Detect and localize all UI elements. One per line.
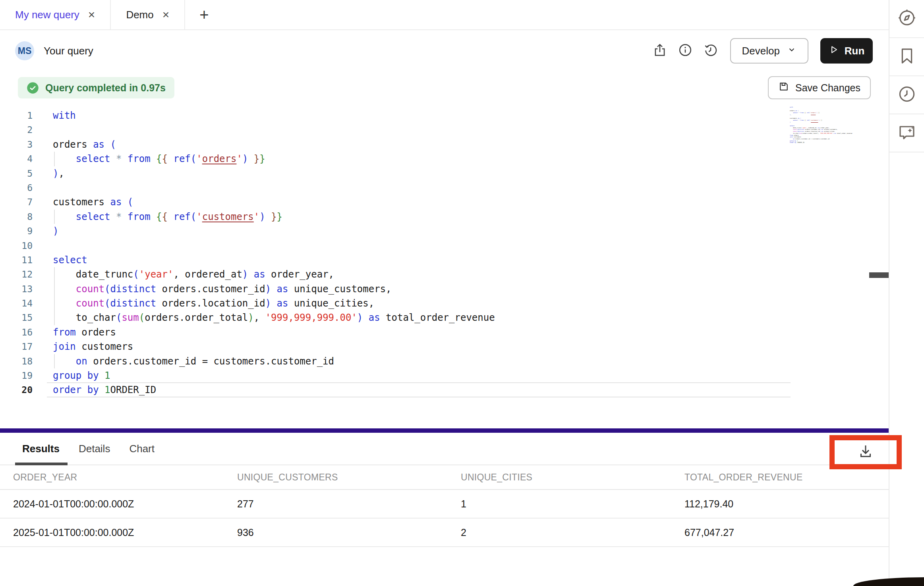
share-button[interactable] <box>651 42 669 60</box>
code-line[interactable]: 13 count(distinct orders.customer_id) as… <box>0 282 889 296</box>
code-line[interactable]: 5), <box>0 166 889 181</box>
tab-my-new-query[interactable]: My new query × <box>0 0 111 29</box>
results-tab-details[interactable]: Details <box>79 443 110 455</box>
code-text <box>47 181 53 195</box>
code-text: select * from {{ ref('customers') }} <box>47 210 282 224</box>
close-icon[interactable]: × <box>162 9 170 21</box>
column-header: ORDER_YEAR <box>13 472 237 483</box>
line-number: 2 <box>0 123 47 137</box>
sidebar-item-ai-chat[interactable] <box>889 114 924 152</box>
line-number: 8 <box>0 210 47 224</box>
table-cell: 2 <box>461 527 684 538</box>
pane-resize-handle[interactable] <box>0 428 889 433</box>
chat-sparkle-icon <box>897 123 916 143</box>
query-status-badge: Query completed in 0.97s <box>18 77 174 98</box>
code-line[interactable]: 16from orders <box>0 325 889 339</box>
table-cell: 112,179.40 <box>684 498 889 510</box>
line-number: 7 <box>0 195 47 209</box>
code-text: select * from {{ ref('orders') }} <box>47 152 265 166</box>
check-circle-icon <box>27 82 39 94</box>
develop-dropdown[interactable]: Develop <box>730 38 808 64</box>
editor-minimap[interactable]: with orders as ( select * from {{ ref('o… <box>790 106 857 144</box>
bookmark-icon <box>897 46 916 67</box>
table-cell: 1 <box>461 498 684 510</box>
line-number: 14 <box>0 296 47 310</box>
info-icon <box>678 43 692 59</box>
code-text: orders as ( <box>47 137 116 152</box>
tab-label: My new query <box>15 9 79 21</box>
code-line[interactable]: 8 select * from {{ ref('customers') }} <box>0 210 889 224</box>
results-table-body: 2024-01-01T00:00:00.000Z2771112,179.4020… <box>0 490 889 547</box>
code-line[interactable]: 19group by 1 <box>0 368 889 383</box>
info-button[interactable] <box>676 42 694 60</box>
code-text: date_trunc('year', ordered_at) as order_… <box>47 267 334 281</box>
table-cell: 277 <box>237 498 461 510</box>
code-text: select <box>47 253 87 267</box>
code-line[interactable]: 20order by 1ORDER_ID <box>0 383 889 397</box>
tab-label: Demo <box>126 9 153 21</box>
code-line[interactable]: 3orders as ( <box>0 137 889 152</box>
results-tab-results[interactable]: Results <box>22 443 60 455</box>
tab-demo[interactable]: Demo × <box>111 0 185 29</box>
run-button[interactable]: Run <box>820 38 873 64</box>
code-line[interactable]: 2 <box>0 123 889 137</box>
table-cell: 2024-01-01T00:00:00.000Z <box>13 498 237 510</box>
line-number: 20 <box>0 383 47 397</box>
scrollbar-handle[interactable] <box>869 272 889 278</box>
line-number: 6 <box>0 181 47 195</box>
code-text: from orders <box>47 325 116 339</box>
code-line[interactable]: 4 select * from {{ ref('orders') }} <box>0 152 889 166</box>
code-text: with <box>47 108 76 123</box>
code-line[interactable]: 14 count(distinct orders.location_id) as… <box>0 296 889 310</box>
code-lines[interactable]: 1with23orders as (4 select * from {{ ref… <box>0 108 889 397</box>
code-text: order by 1ORDER_ID <box>47 383 156 397</box>
code-line[interactable]: 11select <box>0 253 889 267</box>
line-number: 15 <box>0 310 47 325</box>
close-icon[interactable]: × <box>88 9 95 21</box>
code-line[interactable]: 6 <box>0 181 889 195</box>
floppy-disk-icon <box>778 81 789 94</box>
sidebar-item-history[interactable] <box>889 76 924 114</box>
column-header: UNIQUE_CUSTOMERS <box>237 472 461 483</box>
active-tab-underline <box>15 463 68 465</box>
line-number: 3 <box>0 137 47 152</box>
table-cell: 677,047.27 <box>684 527 889 538</box>
code-text <box>47 123 53 137</box>
code-text: join customers <box>47 339 133 354</box>
line-number: 13 <box>0 282 47 296</box>
share-icon <box>653 43 667 59</box>
code-text: ), <box>47 166 64 181</box>
code-line[interactable]: 15 to_char(sum(orders.order_total), '999… <box>0 310 889 325</box>
sql-editor[interactable]: 1with23orders as (4 select * from {{ ref… <box>0 104 889 428</box>
line-number: 17 <box>0 339 47 354</box>
history-button[interactable] <box>702 42 720 60</box>
sidebar-item-explore[interactable] <box>889 0 924 38</box>
code-text: group by 1 <box>47 368 110 383</box>
status-text: Query completed in 0.97s <box>45 82 166 94</box>
develop-label: Develop <box>742 45 780 57</box>
new-tab-button[interactable]: + <box>185 0 223 29</box>
code-line[interactable]: 10 <box>0 239 889 253</box>
history-icon <box>704 43 718 59</box>
save-changes-button[interactable]: Save Changes <box>768 76 871 99</box>
code-line[interactable]: 17join customers <box>0 339 889 354</box>
table-row[interactable]: 2025-01-01T00:00:00.000Z9362677,047.27 <box>0 519 889 547</box>
code-line[interactable]: 18 on orders.customer_id = customers.cus… <box>0 354 889 368</box>
right-sidebar <box>889 0 924 586</box>
query-header: MS Your query Develop Run <box>0 30 889 71</box>
column-header: UNIQUE_CITIES <box>461 472 684 483</box>
code-line[interactable]: 7customers as ( <box>0 195 889 209</box>
line-number: 16 <box>0 325 47 339</box>
sidebar-item-bookmarks[interactable] <box>889 38 924 76</box>
clock-icon <box>897 85 916 105</box>
code-line[interactable]: 9) <box>0 224 889 238</box>
compass-icon <box>897 8 916 29</box>
code-line[interactable]: 12 date_trunc('year', ordered_at) as ord… <box>0 267 889 281</box>
code-text: ) <box>47 224 58 238</box>
line-number: 12 <box>0 267 47 281</box>
editor-tabbar: My new query × Demo × + <box>0 0 889 30</box>
table-row[interactable]: 2024-01-01T00:00:00.000Z2771112,179.40 <box>0 490 889 519</box>
code-text <box>47 239 53 253</box>
results-tab-chart[interactable]: Chart <box>129 443 155 455</box>
code-line[interactable]: 1with <box>0 108 889 123</box>
